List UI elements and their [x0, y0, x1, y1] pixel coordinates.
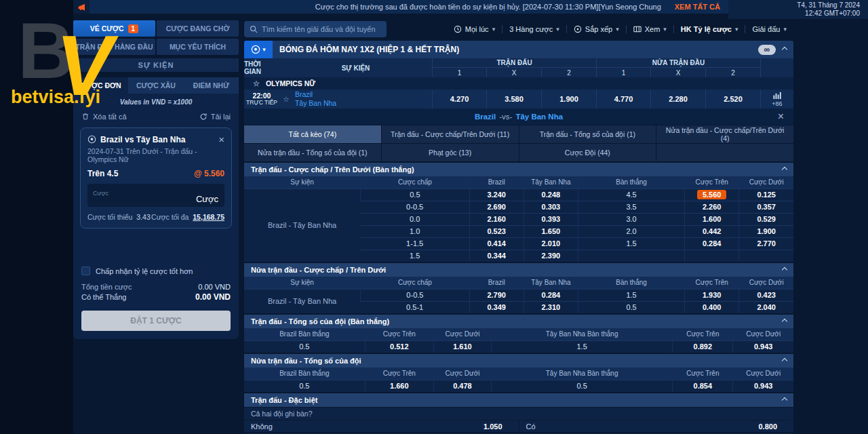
section-header[interactable]: Nửa trận đầu - Cược chấp / Trên Dưới [244, 263, 793, 277]
odds-cell-ft-2[interactable]: 1.900 [541, 90, 596, 108]
more-markets-button[interactable]: +86 [760, 90, 793, 108]
sidebar-button-favorites[interactable]: MỤC YÊU THÍCH [157, 39, 239, 55]
odds-cell[interactable]: 2.040 [739, 301, 793, 313]
accept-odds-checkbox[interactable] [81, 267, 90, 275]
matchup-away[interactable]: Tây Ban Nha [515, 113, 563, 121]
odds-cell[interactable]: 2.770 [739, 237, 793, 250]
odds-cell[interactable]: 0.529 [739, 213, 793, 225]
reload-button[interactable]: Tải lại [199, 113, 231, 121]
odds-cell[interactable]: 2.310 [524, 301, 578, 313]
odds-cell[interactable]: 0.943 [733, 340, 793, 353]
odds-cell[interactable]: 2.160 [469, 213, 524, 225]
section-header[interactable]: Trận đấu - Tổng số của đội (Bàn thắng) [244, 315, 793, 328]
sidebar-tab-pending-bets[interactable]: CƯỢC ĐANG CHỜ [157, 20, 239, 37]
market-tab-corners[interactable]: Phạt góc (13) [382, 144, 519, 161]
market-tab-team-bets[interactable]: Cược Đội (44) [519, 144, 656, 161]
sort-icon [574, 25, 582, 33]
odds-cell[interactable]: 3.240 [469, 189, 524, 201]
sport-selector-button[interactable]: ▾ [244, 41, 273, 58]
team-home-link[interactable]: Brazil [295, 90, 336, 99]
odds-cell[interactable]: 0.349 [469, 301, 524, 313]
section-header[interactable]: Nửa trận đầu - Tổng số của đội [244, 354, 793, 368]
matchup-home[interactable]: Brazil [475, 113, 496, 121]
odds-cell-ft-x[interactable]: 3.580 [486, 90, 541, 108]
odds-cell[interactable] [739, 250, 793, 262]
odds-cell[interactable]: 0.284 [524, 289, 578, 301]
betslip-close-icon[interactable]: × [218, 134, 224, 144]
odds-cell[interactable]: 0.357 [739, 201, 793, 213]
more-markets-count: +86 [772, 100, 782, 107]
collapse-icon[interactable] [782, 47, 787, 52]
odds-cell[interactable]: 0.414 [469, 237, 524, 250]
col-over: Cược Trên [673, 368, 733, 380]
odds-cell[interactable]: 0.523 [469, 225, 524, 237]
odds-cell[interactable]: 0.423 [739, 289, 793, 301]
filter-sort-label: Sắp xếp [585, 25, 612, 33]
odds-cell[interactable]: 0.512 [365, 340, 433, 353]
option-yes[interactable]: Có 0.800 [519, 420, 794, 432]
odds-cell[interactable]: 0.248 [524, 189, 578, 201]
odds-cell[interactable]: 2.260 [685, 201, 739, 213]
odds-cell[interactable] [685, 250, 739, 262]
odds-cell[interactable]: 1.600 [685, 213, 739, 225]
filter-dropdown-league[interactable]: Giải đấu▾ [745, 25, 793, 33]
odds-cell-ht-x[interactable]: 2.280 [650, 90, 705, 108]
odds-cell[interactable]: 1.610 [433, 340, 491, 353]
odds-cell-ht-1[interactable]: 4.770 [596, 90, 650, 108]
bet-type-tab-teaser[interactable]: ĐIỂM NHỬ [184, 77, 239, 94]
filter-dropdown-odds-format[interactable]: HK Tỷ lệ cược▾ [673, 25, 745, 33]
odds-cell[interactable]: 0.400 [685, 301, 739, 313]
match-row: 22:00 TRỰC TIẾP ☆ Brazil Tây Ban Nha 4.2… [244, 90, 793, 108]
sidebar-tab-bet-ticket[interactable]: VÉ CƯỢC 1 [73, 20, 155, 37]
odds-cell[interactable]: 0.303 [524, 201, 578, 213]
market-tab-ft-handicap[interactable]: Trận đấu - Cược chấp/Trên Dưới (11) [382, 125, 519, 143]
odds-cell[interactable]: 2.390 [524, 250, 578, 262]
odds-cell-ht-2[interactable]: 2.520 [705, 90, 760, 108]
filter-dropdown-time[interactable]: Mọi lúc▾ [447, 25, 502, 33]
stake-input[interactable]: Cược Cược [87, 184, 224, 207]
odds-cell[interactable]: 2.010 [524, 237, 578, 250]
bet-type-tab-parlay[interactable]: CƯỢC XÂU [128, 77, 183, 94]
search-input[interactable] [262, 25, 381, 33]
star-icon[interactable]: ☆ [283, 95, 290, 104]
odds-cell[interactable]: 0.892 [673, 340, 733, 353]
odds-cell[interactable]: 0.393 [524, 213, 578, 225]
odds-cell-selected[interactable]: 5.560 [685, 189, 739, 201]
odds-cell[interactable]: 0.943 [733, 380, 793, 392]
see-all-link[interactable]: XEM TẤT CẢ [667, 0, 728, 14]
odds-cell[interactable]: 1.660 [365, 380, 433, 392]
odds-cell[interactable]: 0.344 [469, 250, 524, 262]
odds-cell[interactable]: 0.854 [673, 380, 733, 392]
odds-cell[interactable]: 1.650 [524, 225, 578, 237]
filter-dropdown-sort[interactable]: Sắp xếp▾ [566, 25, 626, 33]
bet-type-tab-single[interactable]: CƯỢC ĐƠN [73, 77, 128, 94]
option-no[interactable]: Không 1.050 [244, 420, 519, 432]
odds-cell[interactable]: 0.125 [739, 189, 793, 201]
team-away-link[interactable]: Tây Ban Nha [295, 99, 336, 108]
odds-cell[interactable]: 0.284 [685, 237, 739, 250]
market-tab-ht-handicap[interactable]: Nửa trận đầu - Cược chấp/Trên Dưới (4) [656, 125, 793, 143]
odds-cell[interactable]: 2.790 [469, 289, 524, 301]
odds-cell[interactable]: 1.930 [685, 289, 739, 301]
market-tab-ft-team-total[interactable]: Trận đấu - Tổng số của đội (1) [519, 125, 656, 143]
odds-cell[interactable]: 1.900 [739, 225, 793, 237]
clear-all-button[interactable]: Xóa tất cả [81, 112, 127, 121]
odds-cell[interactable]: 0.442 [685, 225, 739, 237]
odds-cell[interactable]: 0.478 [433, 380, 491, 392]
odds-cell-ft-1[interactable]: 4.270 [432, 90, 486, 108]
odds-cell[interactable]: 2.690 [469, 201, 524, 213]
filter-dropdown-rows[interactable]: 3 Hàng cược▾ [502, 25, 566, 33]
section-header[interactable]: Trận đấu - Cược chấp / Trên Dưới (Bàn th… [244, 163, 793, 176]
goals-value: 1.5 [578, 237, 684, 250]
market-tab-ht-team-total[interactable]: Nửa trận đầu - Tổng số của đội (1) [244, 144, 381, 161]
close-match-detail-icon[interactable]: × [778, 111, 784, 122]
star-icon[interactable]: ☆ [253, 79, 260, 88]
section-header[interactable]: Trận đấu - Đặc biệt [244, 393, 793, 407]
place-bet-button[interactable]: ĐẶT 1 CƯỢC [81, 311, 231, 331]
filter-dropdown-view[interactable]: Xem▾ [626, 25, 673, 33]
sidebar-button-top-matches[interactable]: TRẬN ĐẤU HÀNG ĐẦU [73, 39, 155, 55]
market-tab-all[interactable]: Tất cả kèo (74) [244, 125, 381, 143]
max-stake-value[interactable]: 15,168.75 [193, 213, 224, 221]
search-box[interactable] [244, 21, 387, 37]
infinity-badge[interactable]: ∞ [758, 45, 776, 55]
